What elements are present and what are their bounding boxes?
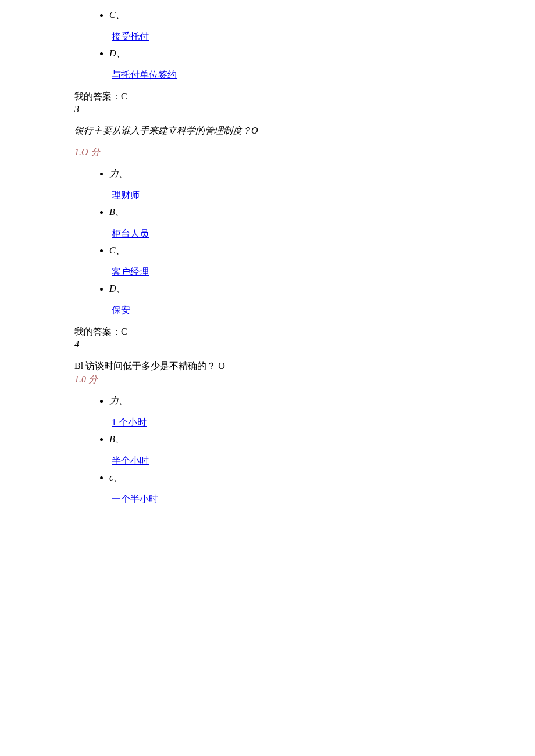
option-marker-a: 力、 xyxy=(109,168,500,180)
option-marker-d: D、 xyxy=(109,283,500,295)
score-3: 1.O 分 xyxy=(74,146,500,159)
answer-line: 我的答案：C xyxy=(74,91,500,103)
option-marker-c: C、 xyxy=(109,245,500,257)
option-link-security[interactable]: 保安 xyxy=(112,305,130,315)
option-link-accept[interactable]: 接受托付 xyxy=(112,31,149,41)
list-item: B、 半个小时 xyxy=(109,433,500,467)
question-number-4: 4 xyxy=(74,339,500,350)
list-item: B、 柜台人员 xyxy=(109,206,500,240)
question-text-3: 银行主要从谁入手来建立科学的管理制度？O xyxy=(74,125,500,137)
list-item: 力、 1 个小时 xyxy=(109,395,500,429)
option-marker-b: B、 xyxy=(109,206,500,218)
option-link-sign[interactable]: 与托付单位签约 xyxy=(112,70,177,80)
option-link-manager[interactable]: 客户经理 xyxy=(112,267,149,277)
option-link-1-5hour[interactable]: 一个半小时 xyxy=(112,494,158,504)
list-item: D、 保安 xyxy=(109,283,500,317)
option-marker-c: C、 xyxy=(109,9,500,22)
question-text-4: Bl 访谈时间低于多少是不精确的？ O xyxy=(74,360,500,372)
option-link-counter[interactable]: 柜台人员 xyxy=(112,228,149,238)
list-item: D、 与托付单位签约 xyxy=(109,48,500,81)
question-number-3: 3 xyxy=(74,104,500,114)
option-link-1hour[interactable]: 1 个小时 xyxy=(112,417,147,427)
list-item: c、 一个半小时 xyxy=(109,472,500,506)
list-item: C、 客户经理 xyxy=(109,245,500,278)
list-item: C、 接受托付 xyxy=(109,9,500,43)
option-marker-a: 力、 xyxy=(109,395,500,407)
option-marker-c: c、 xyxy=(109,472,500,484)
option-marker-b: B、 xyxy=(109,433,500,446)
option-link-halfhour[interactable]: 半个小时 xyxy=(112,456,149,465)
score-4: 1.0 分 xyxy=(74,374,500,386)
list-item: 力、 理财师 xyxy=(109,168,500,202)
option-marker-d: D、 xyxy=(109,48,500,60)
answer-line-3: 我的答案：C xyxy=(74,326,500,338)
option-link-financial[interactable]: 理财师 xyxy=(112,190,140,200)
